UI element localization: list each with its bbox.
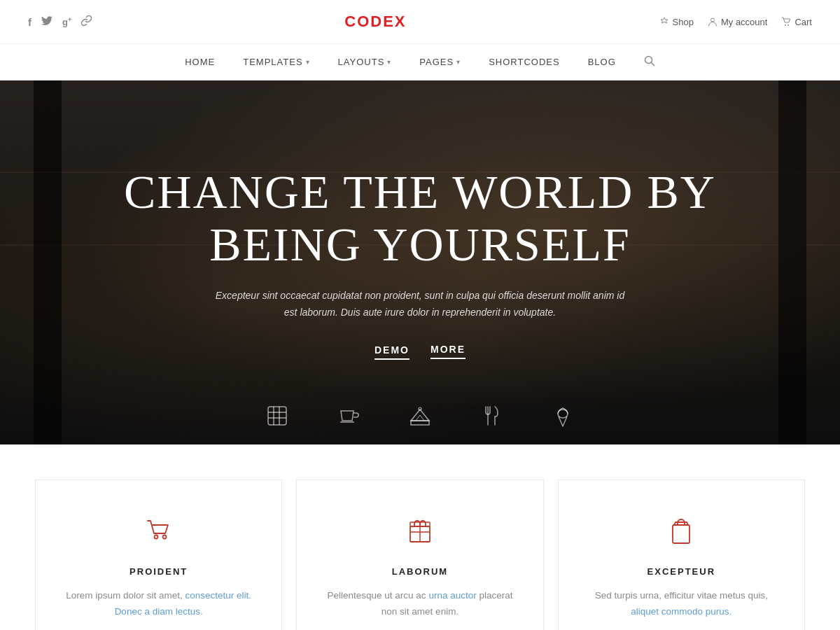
card-proident-icon — [144, 515, 174, 552]
nav-bar: HOME TEMPLATES ▾ LAYOUTS ▾ PAGES ▾ SHORT… — [0, 44, 840, 80]
card-laborum: LABORUM Pellentesque ut arcu ac urna auc… — [296, 479, 543, 630]
card-laborum-text: Pellentesque ut arcu ac urna auctor plac… — [325, 588, 514, 620]
card-proident-text: Lorem ipsum dolor sit amet, consectetur … — [64, 588, 253, 620]
card-proident: PROIDENT Lorem ipsum dolor sit amet, con… — [35, 479, 282, 630]
my-account-link[interactable]: My account — [708, 17, 767, 27]
hero-content: CHANGE THE WORLD BY BEING YOURSELF Excep… — [54, 166, 786, 358]
shop-link[interactable]: Shop — [659, 17, 694, 27]
card-laborum-title: LABORUM — [392, 566, 448, 577]
templates-dropdown-arrow: ▾ — [306, 58, 310, 66]
link-icon[interactable] — [81, 15, 92, 28]
social-icons: f g+ — [28, 15, 92, 28]
cart-label: Cart — [794, 17, 812, 27]
cart-link[interactable]: Cart — [781, 17, 812, 27]
card-proident-title: PROIDENT — [130, 566, 188, 577]
svg-point-2 — [788, 24, 789, 26]
nav-templates[interactable]: TEMPLATES ▾ — [243, 57, 309, 67]
svg-point-1 — [785, 24, 786, 26]
hero-buttons: DEMO MORE — [124, 344, 716, 359]
hero-section: CHANGE THE WORLD BY BEING YOURSELF Excep… — [0, 80, 840, 444]
card-laborum-icon — [405, 515, 435, 552]
svg-point-0 — [710, 18, 714, 22]
card-laborum-link[interactable]: urna auctor — [428, 590, 476, 601]
nav-shortcodes[interactable]: SHORTCODES — [489, 57, 560, 67]
top-bar: f g+ CODEX Shop My account Cart — [0, 0, 840, 44]
card-proident-link[interactable]: consectetur elit. Donec a diam lectus. — [115, 590, 251, 617]
hero-title: CHANGE THE WORLD BY BEING YOURSELF — [124, 166, 716, 271]
svg-rect-19 — [673, 525, 690, 543]
card-excepteur-title: EXCEPTEUR — [648, 566, 715, 577]
googleplus-icon[interactable]: g+ — [62, 16, 71, 27]
account-label: My account — [721, 17, 767, 27]
svg-rect-4 — [268, 407, 286, 425]
more-button[interactable]: MORE — [430, 344, 465, 359]
facebook-icon[interactable]: f — [28, 16, 31, 28]
hero-icon-cutlery[interactable] — [477, 401, 506, 430]
top-right-actions: Shop My account Cart — [659, 17, 812, 27]
nav-blog[interactable]: BLOG — [588, 57, 616, 67]
cards-section: PROIDENT Lorem ipsum dolor sit amet, con… — [0, 444, 840, 630]
pages-dropdown-arrow: ▾ — [456, 58, 461, 66]
card-excepteur: EXCEPTEUR Sed turpis urna, efficitur vit… — [558, 479, 805, 630]
hero-icon-cup[interactable] — [334, 401, 363, 430]
hero-icon-waffle[interactable] — [262, 401, 292, 430]
svg-point-14 — [162, 536, 166, 539]
twitter-icon[interactable] — [41, 16, 52, 28]
card-excepteur-link[interactable]: aliquet commodo purus. — [631, 606, 732, 617]
hero-icon-icecream[interactable] — [548, 401, 578, 430]
card-excepteur-icon — [666, 515, 696, 552]
nav-pages[interactable]: PAGES ▾ — [419, 57, 461, 67]
logo[interactable]: CODEX — [344, 13, 406, 31]
shop-label: Shop — [673, 17, 694, 27]
svg-point-13 — [154, 536, 158, 539]
search-icon[interactable] — [644, 55, 655, 69]
card-excepteur-text: Sed turpis urna, efficitur vitae metus q… — [587, 588, 776, 620]
hero-icon-cake[interactable] — [405, 401, 435, 430]
hero-icon-row — [0, 387, 840, 444]
layouts-dropdown-arrow: ▾ — [387, 58, 391, 66]
nav-layouts[interactable]: LAYOUTS ▾ — [338, 57, 392, 67]
nav-home[interactable]: HOME — [185, 57, 215, 67]
hero-subtitle: Excepteur sint occaecat cupidatat non pr… — [210, 288, 630, 321]
demo-button[interactable]: DEMO — [374, 344, 410, 358]
